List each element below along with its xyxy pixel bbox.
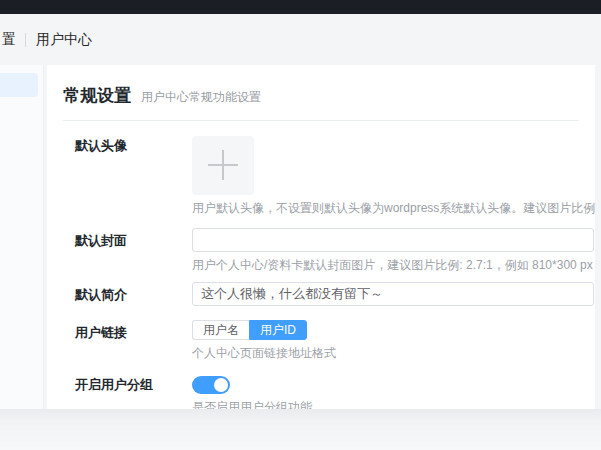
header-divider [63,120,579,121]
field-label: 默认封面 [75,228,192,249]
field-help: 用户个人中心/资料卡默认封面图片，建议图片比例: 2.7:1，例如 810*30… [192,258,595,272]
field-label: 用户链接 [75,320,192,341]
user-link-radio-group: 用户名 用户ID [192,320,595,340]
radio-username[interactable]: 用户名 [192,320,249,340]
form-row-enable-group: 开启用户分组 是否启用用户分组功能 [75,374,595,409]
page-subtitle: 用户中心常规功能设置 [141,89,261,106]
plus-icon [222,150,224,180]
breadcrumb-root[interactable]: 置 [2,31,16,49]
field-help: 是否启用用户分组功能 [192,400,595,409]
bottom-area [0,409,601,450]
field-label: 默认头像 [75,136,192,154]
form-row-default-cover: 默认封面 用户个人中心/资料卡默认封面图片，建议图片比例: 2.7:1，例如 8… [75,228,595,272]
sidebar-item-selected[interactable] [0,73,38,97]
form-row-default-avatar: 默认头像 用户默认头像，不设置则默认头像为wordpress系统默认头像。建议图… [75,136,595,215]
cover-url-input[interactable] [192,228,594,252]
settings-panel: 常规设置 用户中心常规功能设置 默认头像 用户默认头像，不设置则默认头像为wor… [47,65,595,409]
breadcrumb-current: 用户中心 [36,31,92,49]
page-title: 常规设置 [63,84,131,107]
switch-knob [214,378,228,392]
radio-userid[interactable]: 用户ID [249,320,307,340]
field-label: 默认简介 [75,282,192,303]
group-toggle-switch[interactable] [192,376,230,394]
settings-form: 默认头像 用户默认头像，不设置则默认头像为wordpress系统默认头像。建议图… [47,136,595,409]
form-row-user-link: 用户链接 用户名 用户ID 个人中心页面链接地址格式 [75,320,595,360]
bio-input[interactable] [192,282,594,306]
field-help: 个人中心页面链接地址格式 [192,346,595,360]
panel-header: 常规设置 用户中心常规功能设置 [47,65,595,120]
avatar-upload-button[interactable] [192,136,254,195]
field-label: 开启用户分组 [75,374,192,393]
admin-top-bar [0,0,601,14]
settings-sidebar [0,65,44,409]
form-row-default-bio: 默认简介 [75,282,595,306]
field-help: 用户默认头像，不设置则默认头像为wordpress系统默认头像。建议图片比例 1… [192,201,595,215]
breadcrumb: 置 用户中心 [0,14,601,65]
breadcrumb-divider [25,33,26,47]
